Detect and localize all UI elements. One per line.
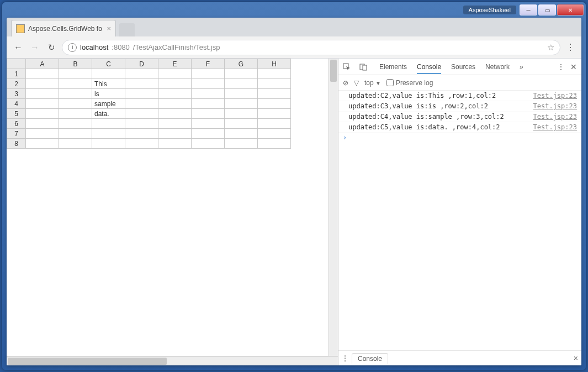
grid-cell[interactable]	[59, 119, 92, 129]
grid-cell[interactable]: sample	[92, 99, 125, 109]
browser-tab[interactable]: Aspose.Cells.GridWeb fo ×	[11, 20, 116, 36]
address-bar[interactable]: i localhost:8080/TestAjaxCallFinish/Test…	[62, 40, 560, 55]
grid-cell[interactable]	[225, 79, 258, 89]
grid-cell[interactable]	[26, 109, 59, 119]
grid-cell[interactable]	[59, 69, 92, 79]
grid-cell[interactable]	[225, 139, 258, 149]
grid-cell[interactable]	[158, 79, 192, 89]
column-header[interactable]: F	[192, 59, 225, 69]
grid-cell[interactable]	[258, 109, 291, 119]
console-log[interactable]: updated:C2,value is:This ,row:1,col:2Tes…	[338, 91, 581, 350]
devtools-menu-icon[interactable]: ⋮	[557, 62, 565, 71]
row-header[interactable]: 8	[7, 139, 26, 149]
grid-cell[interactable]	[258, 119, 291, 129]
grid-cell[interactable]: This	[92, 79, 125, 89]
row-header[interactable]: 6	[7, 119, 26, 129]
grid-cell[interactable]	[192, 109, 225, 119]
grid-cell[interactable]	[92, 69, 125, 79]
context-selector[interactable]: top ▼	[364, 79, 381, 87]
grid-cell[interactable]	[192, 139, 225, 149]
grid-cell[interactable]	[59, 89, 92, 99]
grid-cell[interactable]	[158, 89, 192, 99]
window-minimize-button[interactable]: ─	[520, 4, 537, 15]
grid-cell[interactable]	[26, 119, 59, 129]
tab-console[interactable]: Console	[417, 63, 441, 74]
inspect-element-icon[interactable]	[343, 63, 351, 71]
new-tab-button[interactable]	[119, 23, 135, 36]
console-log-entry[interactable]: updated:C5,value is:data. ,row:4,col:2Te…	[338, 122, 581, 133]
grid-cell[interactable]	[158, 139, 192, 149]
grid-cell[interactable]	[59, 109, 92, 119]
row-header[interactable]: 5	[7, 109, 26, 119]
console-log-entry[interactable]: updated:C3,value is:is ,row:2,col:2Test.…	[338, 101, 581, 112]
window-close-button[interactable]: ✕	[557, 4, 584, 15]
grid-cell[interactable]	[26, 79, 59, 89]
console-prompt[interactable]: ›	[338, 133, 581, 143]
grid-cell[interactable]	[192, 119, 225, 129]
column-header[interactable]: C	[92, 59, 125, 69]
grid-cell[interactable]	[59, 139, 92, 149]
column-header[interactable]: G	[225, 59, 258, 69]
grid-cell[interactable]	[125, 119, 158, 129]
grid-cell[interactable]	[258, 79, 291, 89]
horizontal-scrollbar[interactable]	[7, 356, 338, 365]
column-header[interactable]: E	[158, 59, 192, 69]
bookmark-star-icon[interactable]: ☆	[547, 43, 554, 53]
grid-cell[interactable]	[192, 89, 225, 99]
tab-overflow-icon[interactable]: »	[520, 63, 523, 71]
grid-cell[interactable]	[125, 139, 158, 149]
grid-cell[interactable]	[26, 89, 59, 99]
grid-cell[interactable]	[26, 69, 59, 79]
grid-cell[interactable]	[225, 109, 258, 119]
clear-console-icon[interactable]: ⊘	[343, 79, 348, 87]
grid-cell[interactable]	[258, 99, 291, 109]
browser-menu-button[interactable]: ⋮	[565, 42, 576, 53]
grid-cell[interactable]	[158, 99, 192, 109]
horizontal-scrollbar-thumb[interactable]	[8, 358, 167, 365]
console-log-entry[interactable]: updated:C2,value is:This ,row:1,col:2Tes…	[338, 91, 581, 101]
grid-cell[interactable]	[92, 129, 125, 139]
grid-cell[interactable]	[225, 99, 258, 109]
device-toggle-icon[interactable]	[359, 63, 367, 71]
column-header[interactable]: D	[125, 59, 158, 69]
grid-cell[interactable]	[192, 79, 225, 89]
drawer-tab-console[interactable]: Console	[352, 353, 388, 364]
devtools-close-icon[interactable]: ✕	[570, 62, 577, 71]
grid-corner[interactable]	[7, 59, 26, 69]
grid-cell[interactable]	[258, 89, 291, 99]
tab-network[interactable]: Network	[485, 63, 510, 71]
grid-cell[interactable]	[125, 109, 158, 119]
grid-cell[interactable]	[225, 129, 258, 139]
row-header[interactable]: 1	[7, 69, 26, 79]
grid-cell[interactable]	[158, 129, 192, 139]
column-header[interactable]: H	[258, 59, 291, 69]
log-source-link[interactable]: Test.jsp:23	[533, 92, 577, 99]
grid-cell[interactable]	[192, 69, 225, 79]
grid-cell[interactable]	[26, 129, 59, 139]
tab-close-icon[interactable]: ×	[107, 24, 111, 33]
tab-sources[interactable]: Sources	[451, 63, 475, 71]
row-header[interactable]: 3	[7, 89, 26, 99]
vertical-scrollbar[interactable]	[329, 59, 338, 356]
nav-back-button[interactable]: ←	[12, 41, 24, 54]
nav-forward-button[interactable]: →	[29, 41, 41, 54]
preserve-log-checkbox[interactable]: Preserve log	[386, 79, 433, 87]
grid-cell[interactable]	[258, 129, 291, 139]
grid-cell[interactable]	[125, 69, 158, 79]
row-header[interactable]: 4	[7, 99, 26, 109]
grid-cell[interactable]	[26, 139, 59, 149]
grid-cell[interactable]	[26, 99, 59, 109]
drawer-close-icon[interactable]: ×	[574, 354, 578, 363]
tab-elements[interactable]: Elements	[379, 63, 407, 71]
window-titlebar[interactable]: AsposeShakeel ─ ▭ ✕	[2, 2, 586, 18]
grid-cell[interactable]	[59, 129, 92, 139]
filter-icon[interactable]: ▽	[354, 79, 359, 87]
grid-cell[interactable]	[225, 119, 258, 129]
grid-cell[interactable]	[125, 79, 158, 89]
grid-cell[interactable]	[225, 69, 258, 79]
log-source-link[interactable]: Test.jsp:23	[533, 123, 577, 131]
column-header[interactable]: A	[26, 59, 59, 69]
grid-cell[interactable]: is	[92, 89, 125, 99]
vertical-scrollbar-thumb[interactable]	[330, 60, 337, 82]
row-header[interactable]: 7	[7, 129, 26, 139]
